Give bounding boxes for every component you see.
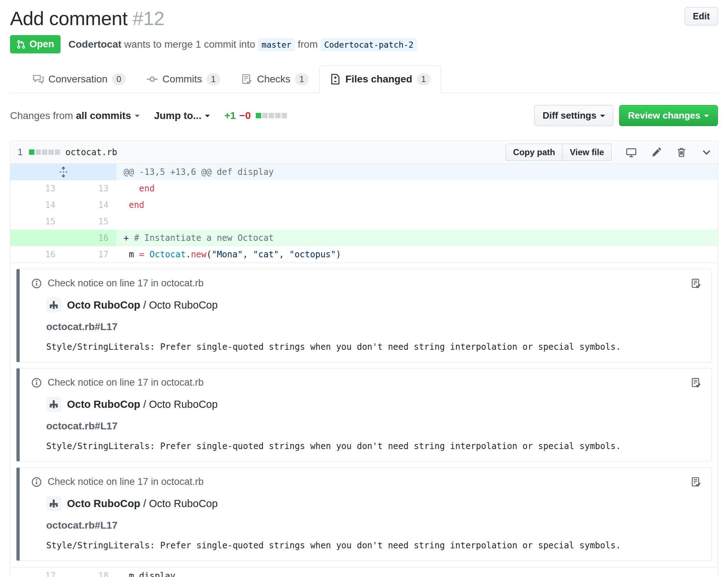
delete-file-icon[interactable] — [676, 147, 687, 158]
check-app-name[interactable]: Octo RuboCop — [67, 299, 140, 311]
notice-title: Check notice on line 17 in octocat.rb — [48, 278, 691, 289]
review-changes-button[interactable]: Review changes — [619, 105, 718, 126]
chevron-down-icon — [600, 115, 605, 120]
diffstat-summary: +1 −0 — [224, 110, 287, 121]
old-line-number[interactable]: 13 — [10, 180, 63, 197]
notice-severity-bar — [16, 368, 20, 461]
old-line-number[interactable]: 16 — [10, 246, 63, 263]
file-header: 1 octocat.rb Copy path View file — [10, 141, 718, 164]
tab-files-changed[interactable]: Files changed 1 — [319, 66, 441, 93]
unfold-icon — [58, 167, 69, 177]
jump-to-dropdown[interactable]: Jump to... — [154, 110, 210, 121]
tab-commits[interactable]: Commits 1 — [136, 66, 231, 93]
diff-line-18: 17 18 m.display — [10, 567, 718, 577]
page-title: Add comment #12 — [10, 7, 164, 29]
chevron-down-icon — [205, 115, 210, 120]
diffstat-blocks — [256, 113, 287, 118]
new-line-number[interactable]: 18 — [63, 568, 116, 577]
additions-count: +1 — [224, 110, 236, 121]
notice-title: Check notice on line 17 in octocat.rb — [48, 377, 691, 388]
old-line-number[interactable] — [10, 230, 63, 246]
notice-message: Style/StringLiterals: Prefer single-quot… — [46, 540, 701, 550]
old-line-number[interactable]: 15 — [10, 213, 63, 230]
chevron-down-icon — [704, 115, 709, 120]
check-notice: Check notice on line 17 in octocat.rb Oc… — [16, 467, 712, 561]
checklist-icon[interactable] — [691, 377, 701, 388]
diff-line-13: 13 13 end — [10, 180, 718, 197]
notice-severity-bar — [16, 269, 20, 362]
view-file-button[interactable]: View file — [562, 144, 612, 161]
chevron-down-icon — [135, 115, 140, 120]
expand-hunk-button[interactable] — [10, 164, 116, 180]
notice-location: octocat.rb#L17 — [46, 520, 701, 531]
file-diff-container: 1 octocat.rb Copy path View file @@ -13,… — [10, 140, 718, 577]
avatar — [46, 397, 61, 412]
diff-settings-button[interactable]: Diff settings — [534, 105, 613, 126]
file-diff-icon — [330, 73, 341, 85]
edit-file-icon[interactable] — [651, 147, 662, 158]
info-icon — [31, 477, 42, 487]
new-line-number[interactable]: 17 — [63, 246, 116, 263]
author-name[interactable]: Codertocat — [68, 39, 121, 50]
notice-title: Check notice on line 17 in octocat.rb — [48, 476, 691, 487]
hunk-header-text: @@ -13,5 +13,6 @@ def display — [116, 164, 718, 180]
tab-counter: 1 — [206, 73, 220, 85]
checklist-icon — [241, 73, 253, 85]
file-diffstat-blocks — [29, 149, 60, 155]
status-badge-label: Open — [29, 39, 54, 50]
checklist-icon[interactable] — [691, 278, 701, 289]
new-line-number[interactable]: 15 — [63, 213, 116, 230]
new-line-number[interactable]: 13 — [63, 180, 116, 197]
tab-counter: 0 — [112, 73, 126, 85]
code-line: end — [116, 180, 718, 197]
changed-files-count: 1 — [18, 147, 23, 158]
notice-severity-bar — [16, 468, 20, 561]
changes-from-dropdown[interactable]: Changes from all commits — [10, 110, 140, 121]
avatar — [46, 496, 61, 511]
info-icon — [31, 377, 42, 388]
base-branch-label[interactable]: master — [258, 38, 295, 51]
check-context: Octo RuboCop — [149, 299, 218, 311]
code-line: end — [116, 197, 718, 213]
notice-location: octocat.rb#L17 — [46, 321, 701, 333]
diff-table: @@ -13,5 +13,6 @@ def display 13 13 end … — [10, 164, 718, 263]
tab-conversation[interactable]: Conversation 0 — [22, 66, 136, 93]
code-line: m = Octocat.new("Mona", "cat", "octopus"… — [116, 246, 718, 263]
check-notice: Check notice on line 17 in octocat.rb Oc… — [16, 368, 712, 462]
merge-summary: Codertocat wants to merge 1 commit into … — [68, 39, 417, 50]
head-branch-label[interactable]: Codertocat-patch-2 — [321, 38, 417, 51]
new-line-number[interactable]: 14 — [63, 197, 116, 213]
git-commit-icon — [147, 73, 158, 85]
hunk-header-row: @@ -13,5 +13,6 @@ def display — [10, 164, 718, 180]
collapse-chevron-icon[interactable] — [701, 147, 712, 158]
check-app-name[interactable]: Octo RuboCop — [67, 498, 140, 510]
diff-line-15: 15 15 — [10, 213, 718, 230]
code-line: + # Instantiate a new Octocat — [116, 230, 718, 246]
check-context: Octo RuboCop — [149, 498, 218, 510]
status-badge: Open — [10, 35, 61, 53]
edit-button[interactable]: Edit — [685, 7, 718, 25]
check-context: Octo RuboCop — [149, 399, 218, 410]
file-name-link[interactable]: octocat.rb — [65, 147, 117, 157]
checklist-icon[interactable] — [691, 477, 701, 487]
pr-status-row: Open Codertocat wants to merge 1 commit … — [10, 35, 718, 53]
check-app-name[interactable]: Octo RuboCop — [67, 399, 140, 410]
file-button-group: Copy path View file — [506, 144, 612, 161]
pr-header: Add comment #12 Edit — [10, 7, 718, 29]
comment-discussion-icon — [33, 73, 44, 85]
notice-message: Style/StringLiterals: Prefer single-quot… — [46, 342, 701, 352]
display-rich-diff-icon[interactable] — [626, 147, 637, 158]
new-line-number[interactable]: 16 — [63, 230, 116, 246]
check-notice: Check notice on line 17 in octocat.rb Oc… — [16, 269, 712, 362]
tab-counter: 1 — [417, 73, 431, 85]
check-annotations: Check notice on line 17 in octocat.rb Oc… — [10, 263, 718, 567]
tab-checks[interactable]: Checks 1 — [231, 66, 319, 93]
diff-line-17: 16 17 m = Octocat.new("Mona", "cat", "oc… — [10, 246, 718, 263]
git-pull-request-icon — [16, 40, 26, 49]
old-line-number[interactable]: 17 — [10, 568, 63, 577]
tab-counter: 1 — [295, 73, 309, 85]
old-line-number[interactable]: 14 — [10, 197, 63, 213]
pr-number: #12 — [133, 8, 164, 29]
pr-tabs: Conversation 0 Commits 1 Checks 1 Files … — [10, 66, 718, 93]
copy-path-button[interactable]: Copy path — [506, 144, 562, 161]
